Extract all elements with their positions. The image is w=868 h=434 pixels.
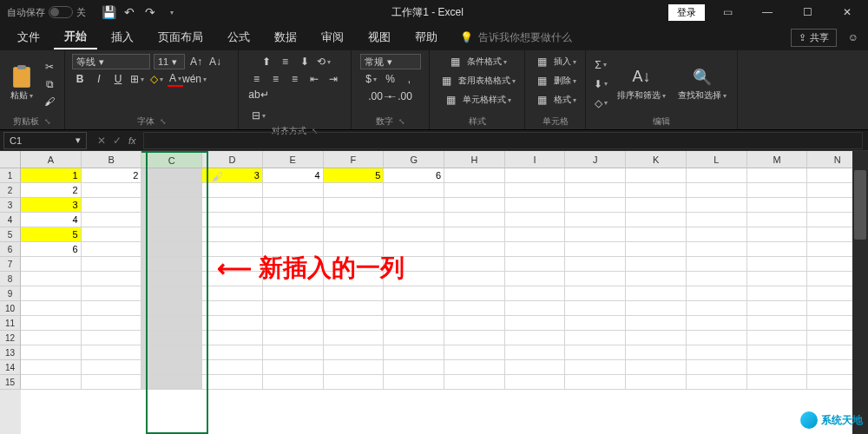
cell-I2[interactable]: [505, 183, 566, 198]
cell-H1[interactable]: [444, 168, 505, 183]
align-left-icon[interactable]: ≡: [249, 71, 265, 87]
cell-B15[interactable]: [82, 375, 142, 390]
cell-M6[interactable]: [747, 242, 808, 257]
formula-input[interactable]: [143, 132, 863, 149]
cell-E11[interactable]: [263, 316, 324, 331]
tab-formulas[interactable]: 公式: [217, 26, 260, 49]
autosum-icon[interactable]: Σ: [593, 57, 608, 73]
cell-H7[interactable]: [444, 257, 505, 272]
row-header-14[interactable]: 14: [0, 360, 21, 375]
cell-D6[interactable]: [202, 242, 263, 257]
cell-I4[interactable]: [505, 213, 566, 227]
cell-M14[interactable]: [747, 360, 808, 375]
cell-C7[interactable]: [141, 257, 202, 272]
row-header-10[interactable]: 10: [0, 301, 21, 316]
cell-I1[interactable]: [505, 168, 566, 183]
cell-H10[interactable]: [444, 301, 505, 316]
cell-L9[interactable]: [687, 286, 747, 301]
cell-C6[interactable]: [141, 242, 202, 257]
column-header-I[interactable]: I: [505, 151, 566, 168]
cell-I9[interactable]: [505, 286, 566, 301]
cell-E3[interactable]: [263, 198, 324, 213]
row-header-8[interactable]: 8: [0, 272, 21, 286]
cell-B10[interactable]: [82, 301, 142, 316]
autosave-toggle[interactable]: 自动保存 关: [0, 6, 93, 19]
cell-K8[interactable]: [626, 272, 687, 286]
format-painter-icon[interactable]: 🖌: [42, 94, 57, 109]
align-bottom-icon[interactable]: ⬇: [297, 54, 312, 69]
cell-D11[interactable]: [202, 316, 263, 331]
cell-F9[interactable]: [324, 286, 385, 301]
cell-C3[interactable]: [141, 198, 202, 213]
cell-C9[interactable]: [141, 286, 202, 301]
cell-G6[interactable]: [384, 242, 444, 257]
comma-icon[interactable]: ,: [402, 71, 418, 87]
font-color-icon[interactable]: A: [168, 71, 183, 87]
cell-L14[interactable]: [687, 360, 747, 375]
cell-L2[interactable]: [687, 183, 747, 198]
number-format-combo[interactable]: 常规▾: [360, 54, 421, 69]
increase-decimal-icon[interactable]: .00→: [373, 89, 389, 104]
cell-I3[interactable]: [505, 198, 566, 213]
cell-L5[interactable]: [687, 227, 747, 242]
cell-J14[interactable]: [565, 360, 626, 375]
cell-E8[interactable]: [263, 272, 324, 286]
cell-F5[interactable]: [324, 227, 385, 242]
cell-D4[interactable]: [202, 213, 263, 227]
indent-decrease-icon[interactable]: ⇤: [306, 71, 322, 87]
cell-K5[interactable]: [626, 227, 687, 242]
cell-C13[interactable]: [141, 345, 202, 360]
table-format-button[interactable]: ▦套用表格格式: [439, 73, 516, 89]
conditional-format-button[interactable]: ▦条件格式: [448, 54, 507, 69]
cell-C8[interactable]: [141, 272, 202, 286]
wrap-text-icon[interactable]: ab↵: [251, 87, 266, 102]
name-box[interactable]: C1 ▾: [3, 132, 87, 149]
cell-D8[interactable]: [202, 272, 263, 286]
cancel-formula-icon[interactable]: ✕: [97, 135, 106, 147]
cell-L6[interactable]: [687, 242, 747, 257]
cell-J9[interactable]: [565, 286, 626, 301]
cell-E15[interactable]: [263, 375, 324, 390]
cell-A12[interactable]: [21, 331, 82, 345]
column-header-H[interactable]: H: [444, 151, 505, 168]
row-header-2[interactable]: 2: [0, 183, 21, 198]
cell-J10[interactable]: [565, 301, 626, 316]
cell-B2[interactable]: [82, 183, 142, 198]
cell-A2[interactable]: 2: [21, 183, 82, 198]
save-icon[interactable]: 💾: [102, 5, 115, 19]
row-header-6[interactable]: 6: [0, 242, 21, 257]
cell-C5[interactable]: [141, 227, 202, 242]
cell-C4[interactable]: [141, 213, 202, 227]
share-button[interactable]: ⇪ 共享: [791, 29, 837, 47]
cell-I11[interactable]: [505, 316, 566, 331]
cell-A13[interactable]: [21, 345, 82, 360]
number-launcher-icon[interactable]: ⤡: [398, 117, 405, 126]
cell-A4[interactable]: 4: [21, 213, 82, 227]
cell-A11[interactable]: [21, 316, 82, 331]
cell-J3[interactable]: [565, 198, 626, 213]
cell-A8[interactable]: [21, 272, 82, 286]
cell-D2[interactable]: [202, 183, 263, 198]
column-header-L[interactable]: L: [687, 151, 747, 168]
cell-F2[interactable]: [324, 183, 385, 198]
cell-styles-button[interactable]: ▦单元格样式: [444, 92, 511, 108]
cell-E2[interactable]: [263, 183, 324, 198]
border-icon[interactable]: ⊞: [129, 71, 145, 87]
cell-K12[interactable]: [626, 331, 687, 345]
login-button[interactable]: 登录: [668, 4, 705, 21]
row-header-5[interactable]: 5: [0, 227, 21, 242]
font-launcher-icon[interactable]: ⤡: [160, 117, 167, 126]
cell-C14[interactable]: [141, 360, 202, 375]
cell-C2[interactable]: [141, 183, 202, 198]
row-header-15[interactable]: 15: [0, 375, 21, 390]
decrease-font-icon[interactable]: A↓: [207, 54, 223, 69]
cell-M11[interactable]: [747, 316, 808, 331]
cell-E4[interactable]: [263, 213, 324, 227]
percent-icon[interactable]: %: [383, 71, 398, 87]
insert-cells-button[interactable]: ▦插入: [535, 54, 576, 69]
bold-button[interactable]: B: [72, 71, 88, 87]
indent-increase-icon[interactable]: ⇥: [326, 71, 341, 87]
cell-H8[interactable]: [444, 272, 505, 286]
cell-L13[interactable]: [687, 345, 747, 360]
smiley-icon[interactable]: ☺: [845, 30, 861, 45]
